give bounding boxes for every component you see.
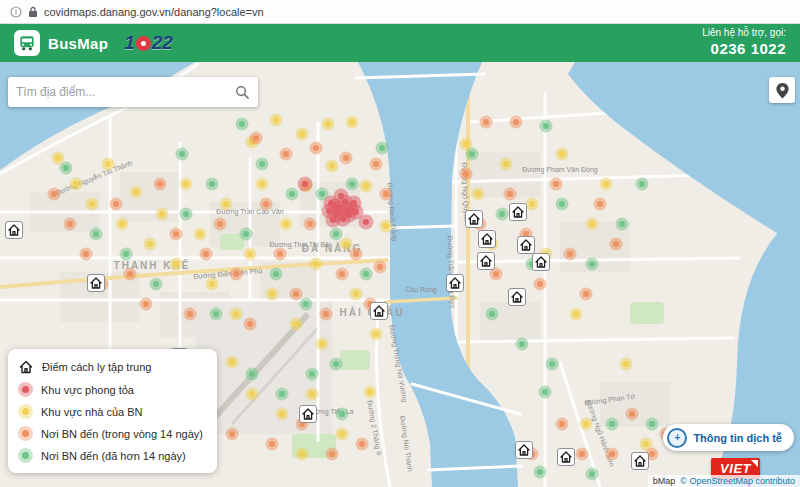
case-marker-red[interactable]: [298, 177, 313, 192]
case-marker-yellow[interactable]: [364, 386, 377, 399]
case-marker-yellow[interactable]: [526, 198, 539, 211]
case-marker-yellow[interactable]: [580, 418, 593, 431]
case-marker-yellow[interactable]: [620, 358, 633, 371]
case-marker-green[interactable]: [360, 268, 373, 281]
case-marker-yellow[interactable]: [144, 238, 157, 251]
case-marker-green[interactable]: [539, 386, 552, 399]
case-marker-green[interactable]: [330, 358, 343, 371]
case-marker-green[interactable]: [210, 308, 223, 321]
case-marker-yellow[interactable]: [256, 178, 269, 191]
case-marker-green[interactable]: [240, 228, 253, 241]
case-marker-yellow[interactable]: [360, 180, 373, 193]
osm-attribution-link[interactable]: © OpenStreetMap contributo: [680, 476, 795, 486]
case-marker-yellow[interactable]: [70, 178, 83, 191]
case-marker-yellow[interactable]: [276, 408, 289, 421]
case-marker-green[interactable]: [300, 298, 313, 311]
case-marker-yellow[interactable]: [220, 198, 233, 211]
case-marker-orange[interactable]: [310, 142, 323, 155]
case-marker-orange[interactable]: [564, 248, 577, 261]
case-marker-orange[interactable]: [534, 278, 547, 291]
case-marker-yellow[interactable]: [156, 208, 169, 221]
case-marker-yellow[interactable]: [290, 318, 303, 331]
case-marker-orange[interactable]: [576, 448, 589, 461]
case-marker-yellow[interactable]: [86, 198, 99, 211]
case-marker-green[interactable]: [306, 368, 319, 381]
case-marker-orange[interactable]: [110, 198, 123, 211]
case-marker-green[interactable]: [606, 418, 619, 431]
case-marker-green[interactable]: [486, 308, 499, 321]
case-marker-orange[interactable]: [606, 448, 619, 461]
case-marker-yellow[interactable]: [326, 160, 339, 173]
case-marker-orange[interactable]: [64, 218, 77, 231]
case-marker-yellow[interactable]: [350, 288, 363, 301]
case-marker-orange[interactable]: [340, 152, 353, 165]
browser-address-bar[interactable]: covidmaps.danang.gov.vn/danang?locale=vn: [0, 0, 800, 24]
case-marker-orange[interactable]: [280, 148, 293, 161]
case-marker-green[interactable]: [346, 178, 359, 191]
case-marker-green[interactable]: [516, 338, 529, 351]
case-marker-yellow[interactable]: [346, 116, 359, 129]
case-marker-green[interactable]: [236, 118, 249, 131]
case-marker-green[interactable]: [534, 466, 547, 479]
quarantine-house-marker[interactable]: [533, 254, 550, 271]
case-marker-yellow[interactable]: [170, 258, 183, 271]
case-marker-yellow[interactable]: [226, 356, 239, 369]
quarantine-house-marker[interactable]: [371, 303, 388, 320]
case-marker-green[interactable]: [330, 228, 343, 241]
quarantine-house-marker[interactable]: [558, 449, 575, 466]
quarantine-house-marker[interactable]: [88, 275, 105, 292]
case-marker-yellow[interactable]: [246, 388, 259, 401]
case-marker-yellow[interactable]: [206, 278, 219, 291]
case-marker-orange[interactable]: [214, 218, 227, 231]
case-marker-orange[interactable]: [140, 298, 153, 311]
case-marker-green[interactable]: [120, 248, 133, 261]
case-marker-orange[interactable]: [304, 218, 317, 231]
url-text[interactable]: covidmaps.danang.gov.vn/danang?locale=vn: [44, 6, 264, 18]
case-marker-green[interactable]: [546, 358, 559, 371]
quarantine-house-marker[interactable]: [466, 211, 483, 228]
case-marker-green[interactable]: [176, 148, 189, 161]
case-marker-yellow[interactable]: [296, 128, 309, 141]
quarantine-house-marker[interactable]: [632, 453, 649, 470]
case-marker-green[interactable]: [646, 418, 659, 431]
case-marker-yellow[interactable]: [322, 118, 335, 131]
case-marker-orange[interactable]: [48, 188, 61, 201]
search-icon[interactable]: [235, 85, 250, 100]
case-marker-orange[interactable]: [556, 418, 569, 431]
quarantine-house-marker[interactable]: [479, 231, 496, 248]
quarantine-house-marker[interactable]: [518, 237, 535, 254]
case-marker-orange[interactable]: [170, 228, 183, 241]
case-marker-yellow[interactable]: [266, 288, 279, 301]
case-marker-yellow[interactable]: [600, 178, 613, 191]
case-marker-green[interactable]: [286, 188, 299, 201]
case-marker-orange[interactable]: [480, 116, 493, 129]
case-marker-green[interactable]: [150, 278, 163, 291]
case-marker-yellow[interactable]: [280, 218, 293, 231]
case-marker-yellow[interactable]: [116, 218, 129, 231]
case-marker-orange[interactable]: [290, 288, 303, 301]
case-marker-orange[interactable]: [184, 308, 197, 321]
quarantine-house-marker[interactable]: [447, 275, 464, 292]
case-marker-yellow[interactable]: [336, 428, 349, 441]
quarantine-house-marker[interactable]: [516, 442, 533, 459]
case-marker-orange[interactable]: [124, 268, 137, 281]
case-marker-orange[interactable]: [594, 198, 607, 211]
search-input[interactable]: [16, 85, 229, 99]
case-marker-orange[interactable]: [80, 248, 93, 261]
case-marker-green[interactable]: [90, 228, 103, 241]
case-marker-orange[interactable]: [274, 248, 287, 261]
case-marker-yellow[interactable]: [270, 114, 283, 127]
case-marker-green[interactable]: [180, 208, 193, 221]
case-marker-orange[interactable]: [230, 268, 243, 281]
case-marker-orange[interactable]: [250, 132, 263, 145]
case-marker-orange[interactable]: [460, 168, 473, 181]
case-marker-orange[interactable]: [504, 188, 517, 201]
case-marker-yellow[interactable]: [52, 152, 65, 165]
case-marker-green[interactable]: [270, 268, 283, 281]
case-marker-green[interactable]: [540, 120, 553, 133]
case-marker-orange[interactable]: [320, 308, 333, 321]
case-marker-green[interactable]: [256, 158, 269, 171]
case-marker-orange[interactable]: [244, 318, 257, 331]
locate-button[interactable]: [769, 77, 795, 103]
case-marker-green[interactable]: [336, 408, 349, 421]
